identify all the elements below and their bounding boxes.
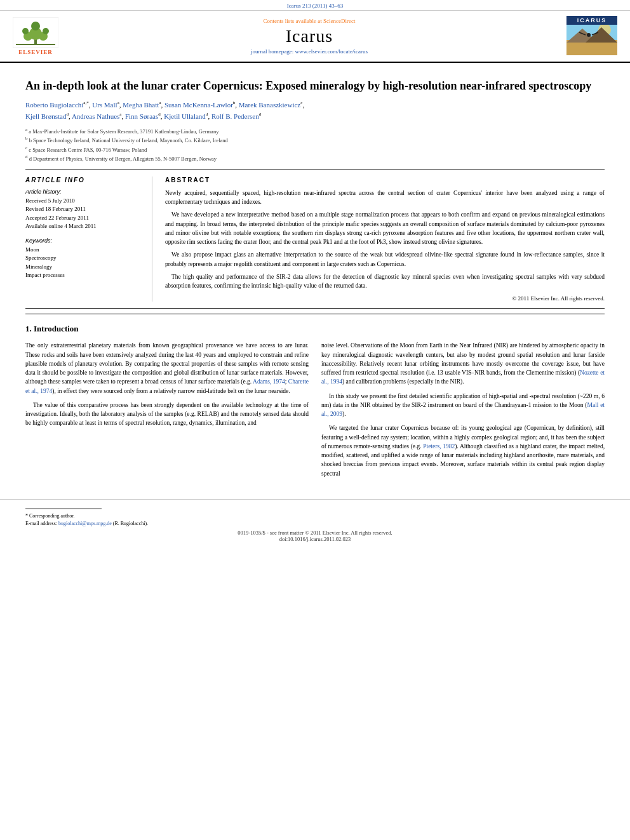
article-reference-bar: Icarus 213 (2011) 43–63 — [0, 0, 630, 11]
section-number: 1. — [25, 324, 32, 333]
email-label: E-mail address: — [25, 521, 57, 526]
article-history-section: Article history: Received 5 July 2010 Re… — [25, 189, 142, 231]
main-content: An in-depth look at the lunar crater Cop… — [0, 63, 630, 490]
email-suffix: (R. Bugiolacchi). — [113, 521, 148, 526]
abstract-para-2: We have developed a new interpretative m… — [165, 210, 605, 246]
intro-right-col: noise level. Observations of the Moon fr… — [321, 341, 605, 483]
author-finn: Finn Søraas — [125, 112, 158, 120]
intro-left-col: The only extraterrestrial planetary mate… — [25, 341, 309, 483]
abstract-para-3: We also propose impact glass an alternat… — [165, 250, 605, 269]
intro-left-para-1: The only extraterrestrial planetary mate… — [25, 341, 309, 396]
affil-d4: d — [259, 112, 262, 117]
journal-center-info: Contents lists available at ScienceDirec… — [58, 18, 560, 55]
sciencedirect-brand[interactable]: ScienceDirect — [323, 18, 355, 24]
article-reference: Icarus 213 (2011) 43–63 — [287, 3, 343, 9]
svg-rect-8 — [16, 44, 55, 45]
abstract-column: ABSTRACT Newly acquired, sequentially sp… — [165, 177, 605, 302]
corresponding-footnote: * Corresponding author. — [25, 513, 605, 519]
corresponding-label: * Corresponding author. — [25, 513, 75, 519]
keywords-label: Keywords: — [25, 237, 142, 244]
received-date: Received 5 July 2010 — [25, 197, 142, 206]
icarus-logo-container: ICARUS — [566, 16, 617, 57]
authors-line: Roberto Bugiolacchia,*, Urs Malla, Megha… — [25, 100, 605, 122]
keyword-impact: Impact processes — [25, 271, 142, 280]
author-megha: Megha Bhatt — [123, 101, 159, 109]
sciencedirect-link: Contents lists available at ScienceDirec… — [58, 18, 560, 24]
bottom-bar: 0019-1035/$ - see front matter © 2011 El… — [25, 530, 605, 542]
article-title: An in-depth look at the lunar crater Cop… — [25, 79, 605, 93]
issn-text: 0019-1035/$ - see front matter © 2011 El… — [238, 530, 392, 536]
svg-point-6 — [43, 28, 49, 34]
affiliation-a: a a Max-Planck-Institute for Solar Syste… — [25, 126, 605, 136]
author-marek: Marek Banaszkiewicz — [239, 101, 300, 109]
section-title-text: Introduction — [34, 324, 79, 333]
article-info-abstract-section: ARTICLE INFO Article history: Received 5… — [25, 170, 605, 309]
keyword-mineralogy: Mineralogy — [25, 263, 142, 272]
introduction-body: The only extraterrestrial planetary mate… — [25, 341, 605, 483]
intro-right-para-1: noise level. Observations of the Moon fr… — [321, 341, 605, 386]
email-address[interactable]: bugiolacchi@mps.mpg.de — [58, 521, 112, 526]
intro-right-para-2: In this study we present the first detai… — [321, 392, 605, 419]
ref-pieters[interactable]: Pieters, 1982 — [423, 443, 455, 450]
homepage-url[interactable]: www.elsevier.com/locate/icarus — [295, 48, 368, 55]
keyword-moon: Moon — [25, 246, 142, 255]
elsevier-brand-text: ELSEVIER — [18, 49, 53, 55]
author-kjell: Kjell Brønstad — [25, 112, 66, 120]
keywords-section: Keywords: Moon Spectroscopy Mineralogy I… — [25, 237, 142, 280]
author-andreas: Andreas Nathues — [72, 112, 119, 120]
abstract-para-1: Newly acquired, sequentially spaced, hig… — [165, 189, 605, 207]
ref-mall[interactable]: Mall et al., 2009 — [321, 402, 605, 417]
affiliations: a a Max-Planck-Institute for Solar Syste… — [25, 126, 605, 163]
intro-left-para-2: The value of this comparative process ha… — [25, 401, 309, 428]
icarus-logo: ICARUS — [566, 16, 617, 55]
page-footer: * Corresponding author. E-mail address: … — [0, 499, 630, 547]
article-info-column: ARTICLE INFO Article history: Received 5… — [25, 177, 152, 302]
journal-header: ELSEVIER Contents lists available at Sci… — [0, 11, 630, 63]
svg-point-15 — [587, 33, 591, 37]
abstract-title: ABSTRACT — [165, 177, 605, 183]
article-info-title: ARTICLE INFO — [25, 177, 142, 183]
author-rolf: Rolf B. Pedersen — [211, 112, 259, 120]
author-susan: Susan McKenna-Lawlor — [164, 101, 233, 109]
affiliation-d: d d Department of Physics, University of… — [25, 154, 605, 163]
author-kjetil: Kjetil Ullaland — [164, 112, 206, 120]
affiliation-b: b b Space Technology Ireland, National U… — [25, 135, 605, 145]
introduction-header: 1. Introduction — [25, 324, 605, 336]
ref-adams1974[interactable]: Adams, 1974 — [253, 378, 285, 385]
author-roberto: Roberto Bugiolacchi — [25, 101, 83, 109]
footnote-divider — [25, 509, 102, 509]
journal-homepage: journal homepage: www.elsevier.com/locat… — [58, 48, 560, 55]
intro-right-para-3: We targeted the lunar crater Copernicus … — [321, 423, 605, 478]
doi-text: doi:10.1016/j.icarus.2011.02.023 — [279, 536, 351, 542]
author-urs: Urs Mall — [92, 101, 117, 109]
svg-point-5 — [22, 28, 29, 34]
revised-date: Revised 18 February 2011 — [25, 205, 142, 214]
available-date: Available online 4 March 2011 — [25, 222, 142, 231]
elsevier-tree-logo — [13, 17, 58, 48]
keyword-spectroscopy: Spectroscopy — [25, 254, 142, 263]
section-divider — [25, 314, 605, 314]
affiliation-c: c c Space Research Centre PAS, 00-716 Wa… — [25, 145, 605, 154]
email-footnote: E-mail address: bugiolacchi@mps.mpg.de (… — [25, 521, 605, 526]
elsevier-logo-area: ELSEVIER — [13, 17, 58, 55]
abstract-para-4: The high quality and performance of the … — [165, 272, 605, 291]
svg-point-7 — [31, 22, 40, 30]
abstract-body: Newly acquired, sequentially spaced, hig… — [165, 189, 605, 291]
journal-title: Icarus — [58, 26, 560, 46]
ref-nozette[interactable]: Nozette et al., 1994 — [321, 370, 605, 385]
history-label: Article history: — [25, 189, 142, 195]
copyright-notice: © 2011 Elsevier Inc. All rights reserved… — [165, 295, 605, 302]
svg-text:ICARUS: ICARUS — [577, 17, 607, 23]
accepted-date: Accepted 22 February 2011 — [25, 214, 142, 223]
